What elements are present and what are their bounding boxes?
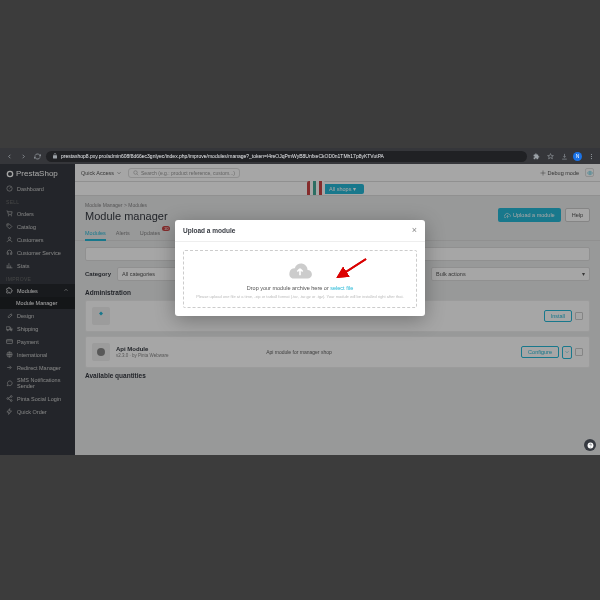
back-icon[interactable] [4,151,14,161]
modal-overlay[interactable]: Upload a module × Drop your module archi… [0,164,600,455]
forward-icon[interactable] [18,151,28,161]
svg-point-1 [590,155,591,156]
browser-toolbar: prestashop8.pxy.pro/admin608f8d66ec3gnly… [0,148,600,164]
modal-title: Upload a module [183,227,235,234]
svg-point-0 [590,153,591,154]
svg-point-2 [590,157,591,158]
profile-avatar[interactable]: N [573,152,582,161]
download-icon[interactable] [559,151,569,161]
drop-zone-text: Drop your module archive here or select … [190,285,410,291]
cloud-upload-icon [190,261,410,282]
drop-zone-help: Please upload one file at a time, .zip o… [190,294,410,299]
kebab-icon[interactable] [586,151,596,161]
svg-point-22 [590,446,591,447]
reload-icon[interactable] [32,151,42,161]
ps-assistant-icon[interactable] [584,439,596,451]
url-bar[interactable]: prestashop8.pxy.pro/admin608f8d66ec3gnly… [46,151,527,162]
drop-zone[interactable]: Drop your module archive here or select … [183,250,417,308]
select-file-link[interactable]: select file [330,285,353,291]
extension-icon[interactable] [531,151,541,161]
upload-modal: Upload a module × Drop your module archi… [175,220,425,316]
url-text: prestashop8.pxy.pro/admin608f8d66ec3gnly… [61,153,384,159]
star-icon[interactable] [545,151,555,161]
lock-icon [52,153,58,160]
close-icon[interactable]: × [412,226,417,235]
